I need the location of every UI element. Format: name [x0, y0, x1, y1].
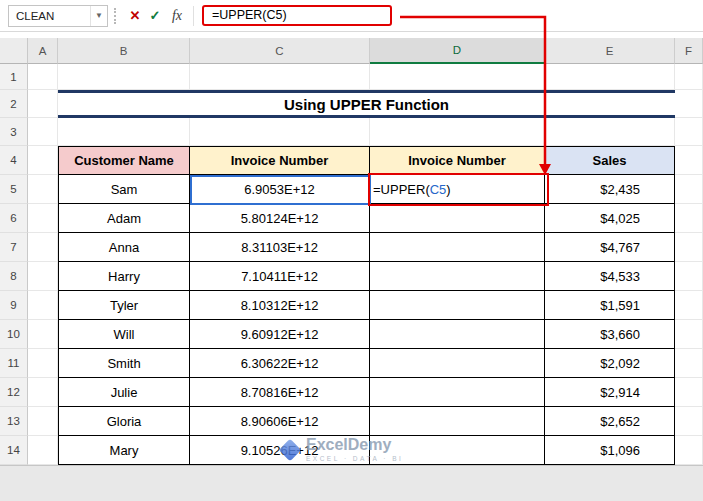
cell[interactable] [28, 146, 58, 175]
cell-invoice[interactable]: 8.31103E+12 [190, 233, 370, 262]
cell-customer-name[interactable]: Will [58, 320, 190, 349]
cell-customer-name[interactable]: Mary [58, 436, 190, 465]
cell-formula-result[interactable] [370, 407, 545, 436]
cell[interactable] [675, 291, 703, 320]
cell[interactable] [675, 90, 703, 118]
cell[interactable] [28, 64, 58, 90]
column-header-d[interactable]: D [370, 38, 545, 64]
row-header[interactable]: 10 [0, 320, 28, 349]
cell[interactable] [675, 146, 703, 175]
cell[interactable] [675, 233, 703, 262]
row-header[interactable]: 13 [0, 407, 28, 436]
row-header[interactable]: 14 [0, 436, 28, 465]
cell[interactable] [28, 204, 58, 233]
cell[interactable] [28, 407, 58, 436]
insert-function-icon[interactable]: fx [167, 8, 187, 24]
cell[interactable] [675, 407, 703, 436]
row-header[interactable]: 7 [0, 233, 28, 262]
cell-customer-name[interactable]: Adam [58, 204, 190, 233]
cell[interactable] [190, 64, 370, 90]
row-header[interactable]: 4 [0, 146, 28, 175]
row-header[interactable]: 2 [0, 90, 28, 118]
cell-active-formula[interactable]: =UPPER(C5) [370, 175, 545, 204]
column-header-a[interactable]: A [28, 38, 58, 64]
cell[interactable] [28, 90, 58, 118]
cell-customer-name[interactable]: Smith [58, 349, 190, 378]
column-header-b[interactable]: B [58, 38, 190, 64]
cell-formula-result[interactable] [370, 378, 545, 407]
cell-sales[interactable]: $4,767 [545, 233, 675, 262]
enter-icon[interactable]: ✓ [145, 8, 165, 23]
cell-sales[interactable]: $4,025 [545, 204, 675, 233]
cell[interactable] [28, 175, 58, 204]
cell[interactable] [675, 64, 703, 90]
sheet-title[interactable]: Using UPPER Function [58, 90, 675, 118]
cell-invoice[interactable]: 7.10411E+12 [190, 262, 370, 291]
cell[interactable] [370, 64, 545, 90]
cell-invoice[interactable]: 9.10526E+12 [190, 436, 370, 465]
cell-formula-result[interactable] [370, 262, 545, 291]
cell-invoice[interactable]: 9.60912E+12 [190, 320, 370, 349]
row-header[interactable]: 8 [0, 262, 28, 291]
cell-customer-name[interactable]: Julie [58, 378, 190, 407]
cell-sales[interactable]: $3,660 [545, 320, 675, 349]
cell-sales[interactable]: $2,435 [545, 175, 675, 204]
cell-formula-result[interactable] [370, 349, 545, 378]
cell[interactable] [370, 118, 545, 146]
cell[interactable] [675, 175, 703, 204]
cell-customer-name[interactable]: Anna [58, 233, 190, 262]
cell-formula-result[interactable] [370, 436, 545, 465]
cell-customer-name[interactable]: Gloria [58, 407, 190, 436]
row-header[interactable]: 6 [0, 204, 28, 233]
select-all-corner[interactable] [0, 38, 28, 64]
row-header[interactable]: 9 [0, 291, 28, 320]
cell[interactable] [545, 64, 675, 90]
column-header-c[interactable]: C [190, 38, 370, 64]
name-box[interactable]: CLEAN ▼ [8, 5, 108, 27]
cell-sales[interactable]: $4,533 [545, 262, 675, 291]
cell[interactable] [28, 233, 58, 262]
cell[interactable] [675, 349, 703, 378]
cell-invoice[interactable]: 8.10312E+12 [190, 291, 370, 320]
cell[interactable] [28, 320, 58, 349]
cell-formula-result[interactable] [370, 233, 545, 262]
cell[interactable] [675, 436, 703, 465]
cell-invoice[interactable]: 8.70816E+12 [190, 378, 370, 407]
cell[interactable] [28, 262, 58, 291]
row-header[interactable]: 5 [0, 175, 28, 204]
cell[interactable] [28, 378, 58, 407]
cell[interactable] [190, 118, 370, 146]
cell-customer-name[interactable]: Harry [58, 262, 190, 291]
cell-formula-result[interactable] [370, 320, 545, 349]
header-cell-invoice-number[interactable]: Invoice Number [190, 146, 370, 175]
cell-formula-result[interactable] [370, 204, 545, 233]
cell-formula-result[interactable] [370, 291, 545, 320]
cell[interactable] [28, 118, 58, 146]
cell[interactable] [28, 291, 58, 320]
row-header[interactable]: 1 [0, 64, 28, 90]
chevron-down-icon[interactable]: ▼ [90, 6, 107, 26]
cell-invoice[interactable]: 5.80124E+12 [190, 204, 370, 233]
cell[interactable] [675, 320, 703, 349]
cell-sales[interactable]: $1,591 [545, 291, 675, 320]
row-header[interactable]: 11 [0, 349, 28, 378]
header-cell-sales[interactable]: Sales [545, 146, 675, 175]
cell-sales[interactable]: $2,652 [545, 407, 675, 436]
cell-invoice[interactable]: 8.90606E+12 [190, 407, 370, 436]
cell[interactable] [545, 118, 675, 146]
cell-invoice[interactable]: 6.30622E+12 [190, 349, 370, 378]
cell-sales[interactable]: $2,092 [545, 349, 675, 378]
cell-sales[interactable]: $1,096 [545, 436, 675, 465]
cell[interactable] [28, 349, 58, 378]
cancel-icon[interactable]: ✕ [125, 8, 145, 23]
row-header[interactable]: 3 [0, 118, 28, 146]
header-cell-invoice-number-upper[interactable]: Invoice Number [370, 146, 545, 175]
header-cell-customer-name[interactable]: Customer Name [58, 146, 190, 175]
cell-sales[interactable]: $2,914 [545, 378, 675, 407]
row-header[interactable]: 12 [0, 378, 28, 407]
cell[interactable] [675, 262, 703, 291]
column-header-e[interactable]: E [545, 38, 675, 64]
cell-invoice-referenced[interactable]: 6.9053E+12 [190, 175, 370, 204]
cell-customer-name[interactable]: Sam [58, 175, 190, 204]
cell[interactable] [675, 204, 703, 233]
